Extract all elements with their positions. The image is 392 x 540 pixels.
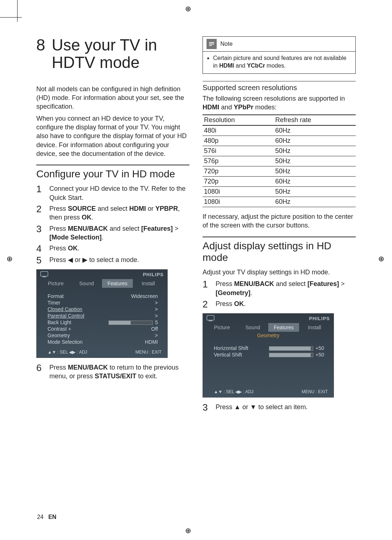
osd-tab-sound: Sound: [237, 323, 268, 332]
osd-row-timer: Timer: [48, 300, 60, 306]
osd-row-contrast-val: Off: [151, 326, 158, 332]
adj-step-1: Press MENU/BACK and select [Features] > …: [216, 279, 356, 297]
chapter-heading: 8 Use your TV in HDTV mode: [36, 36, 189, 72]
note-icon: [207, 39, 217, 49]
section-configure-title: Configure your TV in HD mode: [36, 165, 189, 180]
chapter-title: Use your TV in HDTV mode: [52, 36, 189, 72]
svg-rect-6: [209, 321, 212, 321]
reg-mark-bottom-icon: ⊕: [185, 526, 191, 535]
subsection-resolutions: Supported screen resolutions: [203, 81, 356, 92]
adj-step-3: Press ▲ or ▼ to select an item.: [216, 403, 356, 412]
step-1: Connect your HD device to the TV. Refer …: [49, 184, 189, 202]
res-h1: Resolution: [203, 115, 274, 125]
svg-rect-0: [41, 271, 48, 276]
adjust-lead: Adjust your TV display settings in HD mo…: [203, 268, 356, 277]
osd-row-cc-val: >: [155, 306, 158, 312]
intro-p1: Not all models can be configured in high…: [36, 85, 189, 111]
osd-tab-picture: Picture: [207, 323, 237, 332]
resolutions-after: If necessary, adjust the picture positio…: [203, 212, 356, 230]
table-row: 1080i60Hz: [203, 197, 356, 207]
osd-row-format: Format: [48, 293, 64, 299]
configure-steps: 1Connect your HD device to the TV. Refer…: [36, 184, 189, 265]
tv-icon: [40, 271, 48, 278]
tv-icon: [207, 315, 215, 322]
adjust-step3-list: 3Press ▲ or ▼ to select an item.: [203, 403, 356, 412]
osd-foot-left: ▲▼ : SEL ◀▶ : ADJ: [48, 350, 87, 355]
osd-row-mode: Mode Selection: [48, 339, 83, 345]
osd-row-geometry-val: >: [155, 333, 158, 338]
resolution-table: ResolutionRefresh rate 480i60Hz 480p60Hz…: [203, 114, 356, 207]
osd-tab-install: Install: [133, 279, 164, 288]
configure-step6-list: 6Press MENU/BACK to return to the previo…: [36, 363, 189, 381]
step-2: Press SOURCE and select HDMI or YPBPR, t…: [49, 204, 189, 222]
section-adjust-title: Adjust display settings in HD mode: [203, 237, 356, 263]
intro-p2: When you connect an HD device to your TV…: [36, 114, 189, 158]
osd-subtitle: Geometry: [203, 332, 334, 340]
osd-row-parental-val: >: [155, 313, 158, 319]
step-3: Press MENU/BACK and select [Features] > …: [49, 224, 189, 242]
step-4: Press OK.: [49, 244, 189, 253]
svg-rect-1: [42, 277, 46, 277]
osd-row-mode-val: HDMI: [145, 339, 158, 345]
osd-row-hshift-val: +50: [269, 345, 324, 351]
osd-row-vshift: Vertical Shift: [214, 352, 242, 358]
osd-row-contrast: Contrast +: [48, 326, 71, 332]
table-row: 576i50Hz: [203, 146, 356, 156]
step-5: Press ◀ or ▶ to select a mode.: [49, 255, 189, 265]
adjust-steps: 1Press MENU/BACK and select [Features] >…: [203, 279, 356, 309]
osd-tab-picture: Picture: [40, 279, 71, 288]
note-box: Note Certain picture and sound features …: [203, 36, 356, 74]
osd-row-format-val: Widescreen: [131, 293, 158, 299]
table-row: 480i60Hz: [203, 125, 356, 136]
step-6: Press MENU/BACK to return to the previou…: [49, 363, 189, 381]
osd-row-backlight-val: 5: [109, 319, 158, 325]
osd-menu-features: PHILIPS Picture Sound Features Install F…: [36, 269, 168, 358]
svg-rect-5: [207, 315, 214, 320]
osd-tab-install: Install: [299, 323, 330, 332]
chapter-number: 8: [36, 36, 45, 54]
osd-brand: PHILIPS: [143, 272, 164, 277]
osd-brand: PHILIPS: [309, 316, 330, 321]
resolutions-lead: The following screen resolutions are sup…: [203, 94, 356, 112]
table-row: 576p50Hz: [203, 156, 356, 166]
osd-row-cc: Closed Caption: [48, 306, 82, 312]
osd-row-timer-val: >: [155, 300, 158, 306]
osd-row-parental: Parental Control: [48, 313, 84, 319]
table-row: 480p60Hz: [203, 136, 356, 146]
page-footer: 24 EN: [37, 514, 56, 520]
note-text: Certain picture and sound features are n…: [213, 55, 351, 70]
osd-tab-features: Features: [102, 279, 133, 288]
osd-menu-geometry: PHILIPS Picture Sound Features Install G…: [203, 313, 334, 398]
table-row: 1080i50Hz: [203, 187, 356, 197]
osd-foot-right: MENU : EXIT: [302, 389, 328, 394]
osd-row-vshift-val: +50: [269, 352, 324, 358]
osd-tab-features: Features: [268, 323, 299, 332]
page-number: 24: [37, 514, 44, 520]
osd-row-geometry: Geometry: [48, 333, 70, 338]
table-row: 720p60Hz: [203, 177, 356, 187]
note-label: Note: [220, 41, 233, 47]
adj-step-2: Press OK.: [216, 299, 356, 309]
osd-tab-sound: Sound: [71, 279, 102, 288]
page-lang: EN: [48, 514, 56, 520]
table-row: 720p50Hz: [203, 166, 356, 177]
osd-row-backlight: Back Light: [48, 319, 71, 325]
osd-foot-right: MENU : EXIT: [135, 350, 162, 355]
osd-row-hshift: Horizontal Shift: [214, 345, 248, 351]
osd-foot-left: ▲▼ : SEL ◀▶ : ADJ: [214, 389, 253, 394]
res-h2: Refresh rate: [274, 115, 356, 125]
